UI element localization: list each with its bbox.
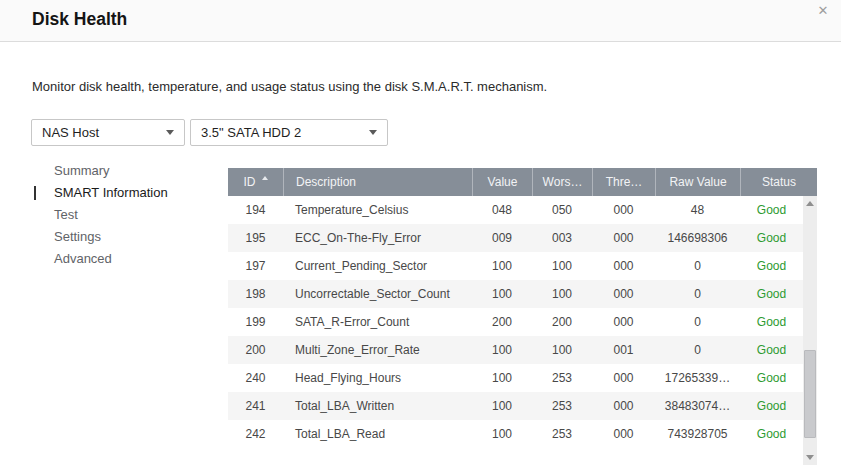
cell-raw-value: 0: [655, 315, 740, 329]
table-body: 194 Temperature_Celsius 048 050 000 48 G…: [228, 196, 803, 448]
sidebar-item-label: Test: [54, 207, 78, 222]
table-row[interactable]: 198 Uncorrectable_Sector_Count 100 100 0…: [228, 280, 803, 308]
cell-id: 241: [228, 399, 283, 413]
cell-description: Total_LBA_Written: [283, 399, 472, 413]
cell-value: 100: [472, 399, 532, 413]
cell-id: 200: [228, 343, 283, 357]
vertical-scrollbar[interactable]: [803, 196, 817, 465]
sidebar-item-test[interactable]: Test: [34, 204, 168, 226]
cell-threshold: 000: [592, 231, 655, 245]
cell-raw-value: 0: [655, 287, 740, 301]
close-icon[interactable]: ✕: [813, 1, 833, 21]
column-header-raw-value[interactable]: Raw Value: [655, 168, 740, 196]
cell-threshold: 001: [592, 343, 655, 357]
table-row[interactable]: 195 ECC_On-The-Fly_Error 009 003 000 146…: [228, 224, 803, 252]
cell-threshold: 000: [592, 371, 655, 385]
cell-raw-value: 38483074…: [655, 399, 740, 413]
column-header-status[interactable]: Status: [740, 168, 817, 196]
cell-worst: 100: [532, 259, 592, 273]
cell-status: Good: [740, 343, 803, 357]
scrollbar-thumb[interactable]: [804, 350, 816, 438]
cell-status: Good: [740, 399, 803, 413]
cell-raw-value: 0: [655, 343, 740, 357]
disk-dropdown[interactable]: 3.5" SATA HDD 2: [190, 119, 388, 146]
column-header-id[interactable]: ID: [228, 168, 283, 196]
cell-status: Good: [740, 287, 803, 301]
cell-description: Temperature_Celsius: [283, 203, 472, 217]
cell-id: 194: [228, 203, 283, 217]
cell-raw-value: 0: [655, 259, 740, 273]
cell-worst: 100: [532, 287, 592, 301]
table-row[interactable]: 242 Total_LBA_Read 100 253 000 743928705…: [228, 420, 803, 448]
sidebar-item-settings[interactable]: Settings: [34, 226, 168, 248]
cell-worst: 253: [532, 371, 592, 385]
cell-threshold: 000: [592, 399, 655, 413]
column-header-label: Wors…: [543, 175, 583, 189]
cell-value: 048: [472, 203, 532, 217]
cell-description: Multi_Zone_Error_Rate: [283, 343, 472, 357]
column-header-label: ID: [244, 175, 256, 189]
column-header-label: Value: [488, 175, 518, 189]
scroll-down-icon[interactable]: [803, 450, 817, 465]
cell-worst: 200: [532, 315, 592, 329]
chevron-down-icon: [369, 130, 377, 135]
smart-table: ID Description Value Wors… Thre… Raw Val…: [228, 168, 817, 465]
cell-description: Head_Flying_Hours: [283, 371, 472, 385]
table-row[interactable]: 197 Current_Pending_Sector 100 100 000 0…: [228, 252, 803, 280]
cell-raw-value: 146698306: [655, 231, 740, 245]
sidebar-item-label: Advanced: [54, 251, 112, 266]
table-header: ID Description Value Wors… Thre… Raw Val…: [228, 168, 817, 196]
cell-value: 200: [472, 315, 532, 329]
table-row[interactable]: 199 SATA_R-Error_Count 200 200 000 0 Goo…: [228, 308, 803, 336]
cell-threshold: 000: [592, 203, 655, 217]
sidebar-item-label: SMART Information: [54, 185, 168, 200]
scroll-up-icon[interactable]: [803, 196, 817, 211]
cell-worst: 253: [532, 427, 592, 441]
cell-id: 195: [228, 231, 283, 245]
cell-id: 242: [228, 427, 283, 441]
sort-ascending-icon: [262, 176, 268, 180]
cell-worst: 003: [532, 231, 592, 245]
cell-status: Good: [740, 259, 803, 273]
nas-host-dropdown[interactable]: NAS Host: [31, 119, 185, 146]
page-title: Disk Health: [32, 9, 127, 30]
table-row[interactable]: 240 Head_Flying_Hours 100 253 000 172653…: [228, 364, 803, 392]
cell-description: ECC_On-The-Fly_Error: [283, 231, 472, 245]
cell-raw-value: 743928705: [655, 427, 740, 441]
table-row[interactable]: 194 Temperature_Celsius 048 050 000 48 G…: [228, 196, 803, 224]
column-header-threshold[interactable]: Thre…: [592, 168, 655, 196]
sidebar-item-advanced[interactable]: Advanced: [34, 248, 168, 270]
table-row[interactable]: 200 Multi_Zone_Error_Rate 100 100 001 0 …: [228, 336, 803, 364]
disk-dropdown-value: 3.5" SATA HDD 2: [201, 125, 301, 140]
cell-worst: 100: [532, 343, 592, 357]
cell-value: 100: [472, 287, 532, 301]
column-header-label: Status: [762, 175, 796, 189]
cell-description: Uncorrectable_Sector_Count: [283, 287, 472, 301]
column-header-description[interactable]: Description: [283, 168, 472, 196]
column-header-label: Raw Value: [669, 175, 726, 189]
cell-worst: 050: [532, 203, 592, 217]
cell-threshold: 000: [592, 315, 655, 329]
cell-raw-value: 17265339…: [655, 371, 740, 385]
table-row[interactable]: 241 Total_LBA_Written 100 253 000 384830…: [228, 392, 803, 420]
column-header-worst[interactable]: Wors…: [532, 168, 592, 196]
sidebar-item-summary[interactable]: Summary: [34, 160, 168, 182]
cell-id: 240: [228, 371, 283, 385]
cell-description: Current_Pending_Sector: [283, 259, 472, 273]
sidebar: Summary SMART Information Test Settings …: [34, 160, 168, 270]
sidebar-item-smart-information[interactable]: SMART Information: [34, 182, 168, 204]
nas-host-dropdown-value: NAS Host: [42, 125, 99, 140]
cell-status: Good: [740, 427, 803, 441]
cell-threshold: 000: [592, 287, 655, 301]
cell-raw-value: 48: [655, 203, 740, 217]
column-header-label: Description: [296, 175, 356, 189]
cell-id: 198: [228, 287, 283, 301]
cell-id: 199: [228, 315, 283, 329]
sidebar-item-label: Settings: [54, 229, 101, 244]
description-text: Monitor disk health, temperature, and us…: [32, 79, 547, 94]
column-header-value[interactable]: Value: [472, 168, 532, 196]
cell-value: 100: [472, 343, 532, 357]
cell-description: SATA_R-Error_Count: [283, 315, 472, 329]
sidebar-item-label: Summary: [54, 163, 110, 178]
cell-status: Good: [740, 231, 803, 245]
